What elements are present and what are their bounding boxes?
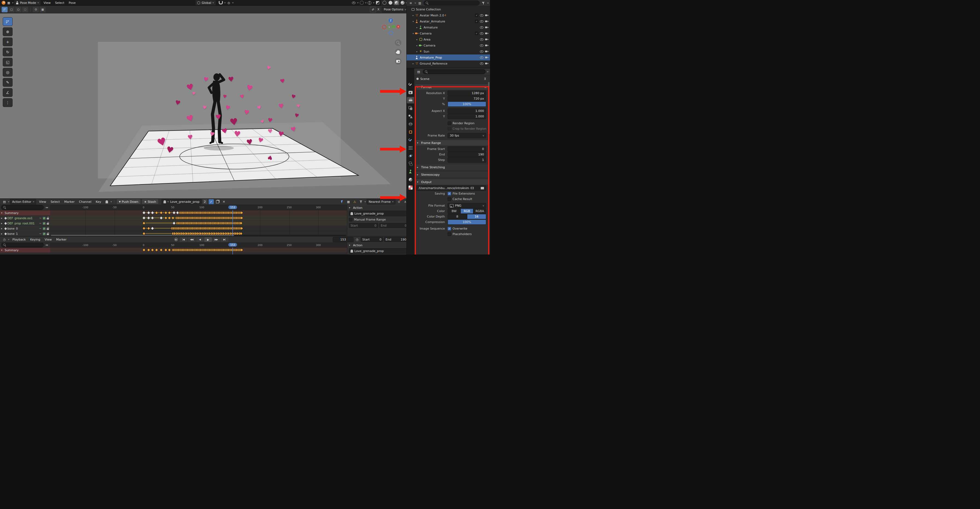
stereoscopy-section-header[interactable]: ▸ Stereoscopy [415, 172, 488, 177]
presets-icon[interactable]: ≡ [484, 85, 487, 89]
editor-type-icon[interactable]: ◷ [2, 237, 7, 242]
snap-toggle-button[interactable] [218, 0, 224, 5]
disclosure-icon[interactable]: ▾ [412, 20, 415, 23]
visibility-eye-icon[interactable] [480, 50, 484, 53]
keyframe[interactable] [142, 216, 146, 220]
channel-summary[interactable]: ▾Summary [0, 211, 50, 215]
properties-tab-texture[interactable] [407, 184, 414, 191]
dope-menu-key[interactable]: Key [94, 200, 103, 204]
visibility-eye-icon[interactable] [480, 44, 484, 47]
axis-x-ball[interactable]: X [396, 25, 400, 29]
current-frame-badge[interactable]: 153 [228, 206, 237, 209]
disclosure-icon[interactable]: ▸ [415, 50, 418, 53]
disclosure-icon[interactable]: ▸ [415, 44, 418, 47]
action-start-field[interactable]: Start0 [349, 223, 378, 228]
keyframe-row-bone-0[interactable] [50, 226, 347, 231]
channel-enable-checkbox[interactable]: ✓ [43, 217, 45, 219]
expand-channels-button[interactable]: ↔ [45, 205, 49, 210]
editor-type-icon[interactable]: ▤ [416, 69, 422, 74]
keyframe-selected[interactable] [142, 248, 146, 252]
select-mode-lasso-button[interactable]: ◌ [22, 7, 28, 12]
modifier-icon[interactable]: ~ [39, 227, 41, 230]
color-rgba-button[interactable]: RGBA [473, 209, 486, 214]
proportional-editing-button[interactable]: ◎ [226, 0, 232, 5]
current-frame-field[interactable]: 153 [333, 237, 353, 242]
keyframe[interactable] [151, 211, 154, 215]
tool-measure-button[interactable]: ∠ [3, 88, 13, 97]
outliner-filter-button[interactable] [481, 0, 486, 5]
keyframe-selected[interactable] [168, 216, 171, 220]
keyframe-selected[interactable] [164, 248, 168, 252]
heart-object[interactable]: ♥ [243, 109, 250, 116]
channel-enable-checkbox[interactable]: ✓ [43, 227, 45, 230]
next-keyframe-button[interactable]: ▶▶ [212, 237, 220, 242]
properties-tab-view-layer[interactable] [407, 105, 414, 112]
render-visibility-icon[interactable] [485, 44, 488, 47]
aspect-y-field[interactable]: 1.000 [448, 114, 486, 119]
viewport-snap-button[interactable]: ▦ [40, 7, 46, 12]
tool-scale-button[interactable]: ◱ [3, 58, 13, 67]
resolution-y-field[interactable]: 720 px [448, 96, 486, 101]
keyframe[interactable] [142, 211, 146, 215]
action-name-field[interactable]: Love_grenade_prop [349, 248, 406, 254]
overlap-mode-icon[interactable]: ∧ [402, 199, 406, 204]
heart-object[interactable]: ♥ [246, 138, 253, 146]
render-region-checkbox[interactable] [448, 121, 451, 125]
time-stretching-section-header[interactable]: ▸ Time Stretching [415, 164, 488, 170]
select-mode-circle-button[interactable]: ○ [15, 7, 21, 12]
timeline-ruler[interactable]: -100-50050100200250300 153 [50, 243, 347, 248]
render-visibility-icon[interactable] [485, 50, 488, 53]
outliner-search-input[interactable] [423, 0, 480, 5]
pan-button[interactable] [395, 49, 401, 55]
proportional-edit-button[interactable]: ⊙ [396, 199, 402, 204]
modifier-icon[interactable]: ~ [39, 222, 41, 225]
mode-selector[interactable]: Pose Mode ∨ [14, 0, 41, 5]
channel-enable-checkbox[interactable]: ✓ [43, 222, 45, 225]
play-button[interactable]: ▶ [204, 237, 212, 242]
properties-tab-particles[interactable] [407, 145, 414, 151]
keyframe-selected[interactable] [147, 227, 150, 230]
properties-tab-scene[interactable] [407, 113, 414, 119]
heart-object[interactable]: ♥ [234, 130, 241, 138]
keyframe[interactable] [147, 211, 150, 215]
shading-solid-button[interactable] [388, 0, 393, 5]
render-visibility-icon[interactable] [485, 32, 488, 35]
keyframe[interactable] [151, 227, 154, 230]
keyframe-selected[interactable] [168, 211, 171, 215]
outliner-row-ground-reference[interactable]: ▸Ground_Reference [407, 61, 490, 67]
action-end-field[interactable]: End0 [379, 223, 407, 228]
action-editor-mode-dropdown[interactable]: Action Editor ∨ [10, 199, 36, 204]
depth-8-button[interactable]: 8 [448, 214, 467, 219]
mirror-axis-icon[interactable]: ⇄ [370, 7, 376, 12]
hidden-filter-button[interactable]: ▦ [345, 199, 351, 204]
depth-16-button[interactable]: 16 [467, 214, 487, 219]
transform-orientation-dropdown[interactable]: Global ∨ [195, 0, 216, 5]
dope-menu-marker[interactable]: Marker [62, 200, 77, 204]
manual-frame-range-checkbox[interactable] [349, 218, 352, 222]
select-mode-tweak-button[interactable]: ◸ [2, 7, 8, 12]
heart-object[interactable]: ♥ [191, 91, 196, 96]
heart-object[interactable]: ♥ [267, 128, 273, 134]
heart-object[interactable]: ♥ [278, 130, 285, 138]
render-visibility-icon[interactable] [485, 56, 488, 59]
action-datablock-selector[interactable]: ∨ Love_grenade_prop [162, 199, 202, 204]
proportional-settings-chevron-icon[interactable]: ∨ [232, 2, 234, 4]
tool-rotate-button[interactable]: ↻ [3, 48, 13, 56]
properties-tab-modifiers[interactable] [407, 137, 414, 143]
frame-rate-dropdown[interactable]: 30 fps∨ [448, 133, 486, 138]
navigation-gizmo[interactable]: Z Y X [382, 18, 401, 35]
heart-object[interactable]: ♥ [278, 103, 284, 110]
keyframe[interactable] [147, 216, 150, 220]
keyframe-selected[interactable] [155, 211, 158, 215]
disclosure-icon[interactable]: ▸ [1, 217, 4, 219]
select-mode-box-button[interactable]: ▢ [8, 7, 14, 12]
workspace-menu-icon[interactable]: ▦ [6, 0, 11, 5]
stash-button[interactable]: ∗ Stash [142, 199, 159, 204]
disclosure-icon[interactable]: ▸ [1, 222, 4, 225]
channel-bone-1[interactable]: ▸bone_1~✓ [0, 231, 50, 236]
file-format-dropdown[interactable]: PNG∨ [448, 203, 486, 208]
channel-search-input[interactable] [1, 205, 44, 210]
keyframe[interactable] [160, 216, 163, 220]
render-visibility-icon[interactable] [485, 14, 488, 17]
gizmos-dropdown-button[interactable] [359, 0, 364, 5]
